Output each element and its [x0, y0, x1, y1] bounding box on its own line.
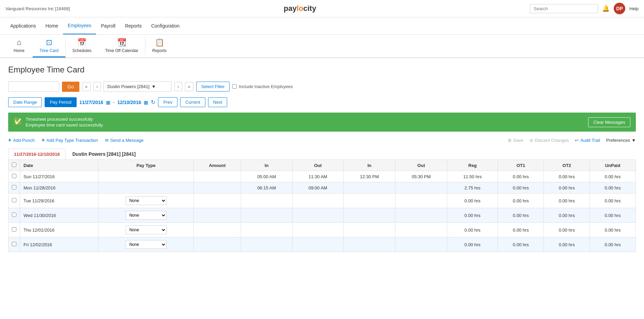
pay-type-select-2[interactable]: None: [126, 196, 167, 205]
page-title: Employee Time Card: [8, 65, 636, 74]
preferences-button[interactable]: Preferences ▼: [606, 138, 636, 143]
home-icon: ⌂: [17, 38, 21, 47]
paylocity-logo: paylocity: [284, 4, 316, 13]
employee-search-input[interactable]: [8, 81, 59, 92]
row-out1: 09:00 AM: [292, 182, 344, 194]
last-employee-button[interactable]: »: [185, 82, 193, 91]
discard-icon: ⊖: [530, 138, 533, 143]
toolbar-time-card[interactable]: ⊡ Time Card: [33, 35, 65, 57]
row-checkbox-5[interactable]: [12, 242, 16, 246]
timecard-header: 11/27/2016-12/10/2016 Dustin Powers [284…: [8, 149, 636, 160]
row-ot2: 0.00 hrs: [544, 208, 590, 223]
table-row: Wed 11/30/2016None0.00 hrs0.00 hrs0.00 h…: [9, 208, 636, 223]
send-message-label: Send a Message: [110, 138, 144, 143]
audit-trail-button[interactable]: ↩ Audit Trail: [575, 138, 600, 143]
row-checkbox-0[interactable]: [12, 174, 16, 178]
save-button[interactable]: ⊞ Save: [508, 138, 523, 143]
discard-changes-button[interactable]: ⊖ Discard Changes: [530, 138, 569, 143]
nav-item-applications[interactable]: Applications: [5, 18, 41, 34]
bell-icon[interactable]: 🔔: [602, 5, 610, 12]
pay-type-select-4[interactable]: None: [126, 225, 167, 234]
row-checkbox-2[interactable]: [12, 198, 16, 202]
add-pay-type-button[interactable]: + Add Pay Type Transaction: [42, 137, 98, 143]
table-header-row: Date Pay Type Amount In Out In Out Reg O…: [9, 160, 636, 171]
col-out1: Out: [292, 160, 344, 171]
employee-dropdown[interactable]: Dustin Powers [2841] ▼: [104, 81, 172, 92]
row-checkbox-4[interactable]: [12, 227, 16, 232]
row-in1: [241, 194, 293, 208]
row-ot2: 0.00 hrs: [544, 223, 590, 237]
logo-container: paylocity: [70, 4, 530, 13]
row-checkbox-3[interactable]: [12, 213, 16, 217]
nav-item-payroll[interactable]: Payroll: [96, 18, 120, 34]
plus-icon-add-punch: +: [8, 137, 11, 143]
success-banner: ✅ Timesheet processed successfully Emplo…: [8, 113, 636, 132]
nav-item-configuration[interactable]: Configuration: [146, 18, 184, 34]
action-toolbar: + Add Punch + Add Pay Type Transaction ✉…: [8, 137, 636, 143]
send-message-button[interactable]: ✉ Send a Message: [105, 138, 144, 143]
row-amount: [194, 223, 241, 237]
toolbar-reports[interactable]: 📋 Reports: [145, 35, 173, 57]
row-checkbox-cell: [9, 208, 20, 223]
row-in1: [241, 237, 293, 252]
prev-employee-button[interactable]: ‹: [93, 82, 101, 91]
nav-item-employees[interactable]: Employees: [63, 17, 96, 34]
row-pay-type: [98, 171, 194, 182]
col-unpaid: UnPaid: [590, 160, 636, 171]
schedules-icon: 📅: [77, 38, 87, 47]
row-unpaid: 0.00 hrs: [590, 208, 636, 223]
nav-item-reports[interactable]: Reports: [120, 18, 146, 34]
prev-period-button[interactable]: Prev: [158, 97, 177, 107]
row-checkbox-cell: [9, 223, 20, 237]
col-reg: Reg: [447, 160, 498, 171]
pay-type-select-5[interactable]: None: [126, 240, 167, 249]
go-button[interactable]: Go: [62, 82, 79, 92]
row-ot2: 0.00 hrs: [544, 171, 590, 182]
row-reg: 0.00 hrs: [447, 194, 498, 208]
first-employee-button[interactable]: «: [82, 82, 91, 91]
top-bar: Vanguard Resources Inc [18468] paylocity…: [0, 0, 644, 17]
toolbar-time-off-calendar[interactable]: 📆 Time Off Calendar: [98, 35, 145, 57]
row-checkbox-1[interactable]: [12, 185, 16, 189]
row-amount: [194, 194, 241, 208]
toolbar-calendar-label: Time Off Calendar: [105, 48, 138, 53]
row-amount: [194, 182, 241, 194]
date-range-button[interactable]: Date Range: [8, 97, 42, 107]
end-date: 12/10/2016: [117, 100, 141, 105]
toolbar-home[interactable]: ⌂ Home: [5, 35, 33, 57]
pay-type-select-3[interactable]: None: [126, 211, 167, 220]
row-checkbox-cell: [9, 182, 20, 194]
refresh-icon[interactable]: ↻: [151, 99, 155, 105]
current-period-button[interactable]: Current: [180, 97, 205, 107]
col-amount: Amount: [194, 160, 241, 171]
search-input[interactable]: [530, 4, 598, 13]
table-row: Fri 12/02/2016None0.00 hrs0.00 hrs0.00 h…: [9, 237, 636, 252]
pay-period-button[interactable]: Pay Period: [45, 97, 77, 107]
row-in1: 06:15 AM: [241, 182, 293, 194]
select-filter-button[interactable]: Select Filter: [196, 82, 230, 91]
row-reg: 2.75 hrs: [447, 182, 498, 194]
clear-messages-button[interactable]: Clear Messages: [588, 117, 630, 127]
date-range-tab[interactable]: 11/27/2016-12/10/2016: [8, 149, 65, 160]
toolbar-timecard-label: Time Card: [40, 48, 59, 53]
next-employee-button[interactable]: ›: [174, 82, 182, 91]
save-icon: ⊞: [508, 138, 512, 143]
help-link[interactable]: Help: [629, 6, 639, 11]
toolbar-schedules[interactable]: 📅 Schedules: [66, 35, 98, 57]
row-date: Fri 12/02/2016: [20, 237, 98, 252]
next-period-button[interactable]: Next: [208, 97, 227, 107]
plus-icon-add-pay: +: [42, 137, 45, 143]
start-date-calendar-icon[interactable]: ▦: [106, 100, 110, 105]
include-inactive-checkbox[interactable]: [232, 84, 237, 89]
add-punch-button[interactable]: + Add Punch: [8, 137, 35, 143]
timecard-table: Date Pay Type Amount In Out In Out Reg O…: [8, 160, 636, 252]
nav-item-home[interactable]: Home: [41, 18, 63, 34]
row-checkbox-cell: [9, 171, 20, 182]
end-date-calendar-icon[interactable]: ▦: [144, 100, 148, 105]
row-unpaid: 0.00 hrs: [590, 171, 636, 182]
user-avatar[interactable]: DP: [614, 3, 625, 14]
row-out2: [395, 223, 447, 237]
select-all-checkbox[interactable]: [12, 163, 16, 167]
row-date: Mon 11/28/2016: [20, 182, 98, 194]
audit-trail-label: Audit Trail: [580, 138, 600, 143]
